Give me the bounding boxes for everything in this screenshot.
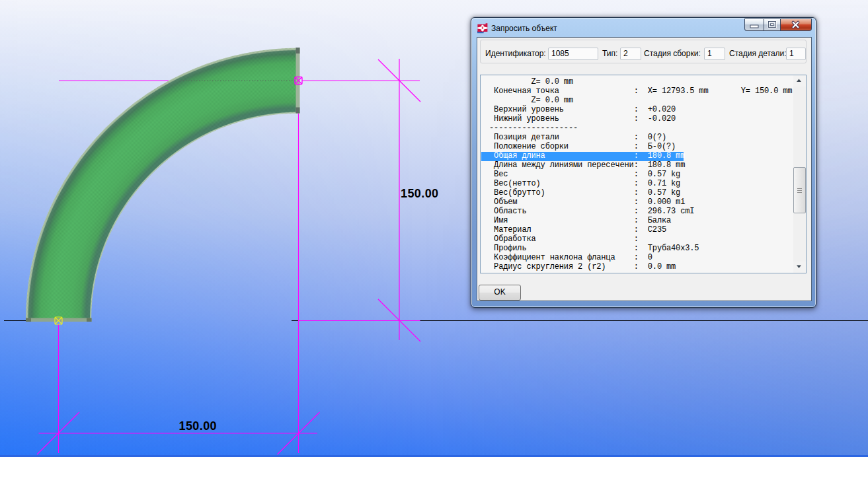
svg-text:150.00: 150.00	[179, 419, 217, 433]
svg-text:150.00: 150.00	[401, 187, 438, 200]
